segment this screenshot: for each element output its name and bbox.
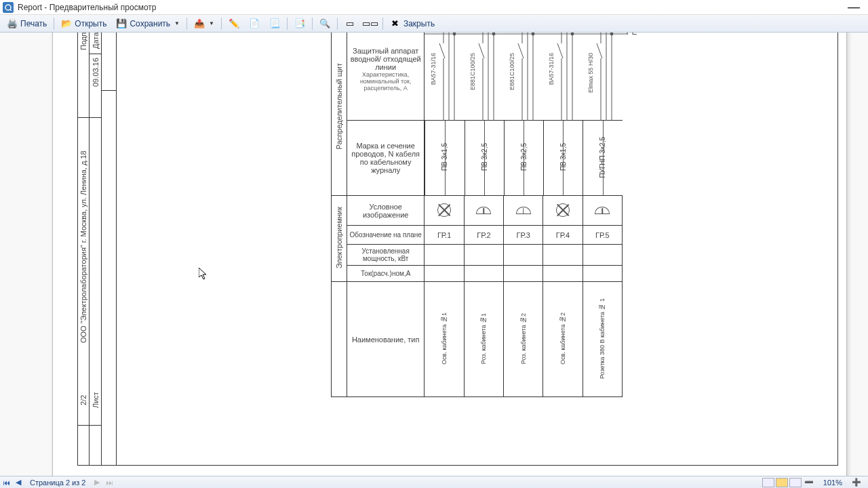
cable-label: ПУГНП 3х2,5 [599, 137, 606, 178]
separator [186, 18, 187, 30]
svg-line-32 [557, 43, 563, 58]
pencil-icon: ✏️ [229, 18, 239, 29]
stamp-date: 09.03.16 [90, 54, 101, 91]
title-block: Подп. ООО "Электролаборатория" г. Москва… [77, 33, 117, 466]
page-icon: 📃 [269, 18, 280, 29]
binoculars-icon: 🔍 [319, 18, 330, 29]
schematic-table: Распределительный щит Защитный аппарат в… [331, 33, 623, 397]
circuit-name: Роз. кабинета №1 [480, 313, 487, 364]
svg-point-36 [571, 33, 574, 35]
edit-button[interactable]: ✏️ [224, 16, 243, 31]
preview-viewport[interactable]: Подп. ООО "Электролаборатория" г. Москва… [0, 33, 868, 476]
page-button[interactable]: 📄 [245, 16, 264, 31]
breaker-label: Е881С100/25 [509, 53, 515, 90]
row-hdr-panel: Распределительный щит [335, 63, 343, 150]
stamp-date-label: Дата [90, 33, 101, 54]
lamp-symbol [556, 203, 570, 217]
chevron-down-icon: ▼ [174, 20, 180, 26]
next-page-button[interactable]: ▶ [91, 477, 103, 488]
printer-icon: 🖨️ [7, 18, 18, 29]
stamp-sheet-label: Лист [90, 375, 101, 426]
page2-button[interactable]: 📃 [265, 16, 284, 31]
titlebar: Report - Предварительный просмотр — [0, 0, 868, 15]
separator [287, 18, 288, 30]
print-button[interactable]: 🖨️ Печать [3, 16, 51, 31]
breaker-label: ВА57-31/16 [548, 53, 555, 85]
socket-symbol [595, 206, 609, 214]
print-label: Печать [20, 19, 47, 28]
circuit-name: Осв. кабинета №2 [559, 312, 566, 365]
view2-button[interactable]: ▭▭ [361, 16, 380, 31]
save-icon: 💾 [116, 18, 127, 29]
svg-line-16 [479, 43, 484, 58]
statusbar: ⏮ ◀ Страница 2 из 2 ▶ ⏭ ➖ 101% ➕ [0, 476, 868, 488]
multi-page-icon: ▭▭ [365, 18, 376, 29]
stamp-org: ООО "Электролаборатория" г. Москва, ул. … [77, 118, 89, 375]
zoom-out-button[interactable]: ➖ [803, 477, 815, 488]
export-icon: 📤 [194, 18, 205, 29]
open-button[interactable]: 📂 Открыть [57, 16, 111, 31]
window-title: Report - Предварительный просмотр [18, 3, 157, 12]
zoom-in-button[interactable]: ➕ [850, 477, 863, 488]
close-icon: ✖ [390, 18, 401, 29]
separator [382, 18, 383, 30]
folder-open-icon: 📂 [61, 18, 72, 29]
plan-header: Обозначение на плане [347, 226, 425, 245]
app-icon [3, 2, 14, 13]
open-label: Открыть [75, 19, 106, 28]
cable-label: ПВ 3х1,5 [559, 143, 567, 171]
page-icon: 📄 [249, 18, 260, 29]
prev-page-button[interactable]: ◀ [12, 477, 24, 488]
protect-header: Защитный аппарат вводной/ отходящей лини… [349, 47, 423, 71]
separator [312, 18, 313, 30]
name-header: Наименование, тип [347, 282, 425, 397]
stamp-sheet: 2/2 [77, 375, 89, 426]
single-page-icon: ▭ [344, 18, 355, 29]
close-button[interactable]: ✖ Закрыть [386, 16, 439, 31]
close-label: Закрыть [403, 19, 435, 28]
svg-line-8 [439, 43, 445, 58]
outline-button[interactable]: 📑 [290, 16, 309, 31]
symbol-header: Условное изображение [347, 196, 425, 226]
save-label: Сохранить [130, 19, 170, 28]
cable-label: ПВ 3х1,5 [441, 143, 448, 171]
protect-sub: Характеристика, номинальный ток, расцепи… [349, 71, 423, 92]
breaker-label: ВА57-31/16 [430, 53, 437, 85]
row-hdr-receiver: Электроприемник [335, 207, 343, 268]
svg-line-40 [597, 43, 602, 58]
cable-label: ПВ 3х2,5 [520, 143, 528, 171]
svg-point-28 [532, 33, 534, 35]
cable-header: Марка и сечение проводов, N кабеля по ка… [347, 121, 425, 196]
separator [221, 18, 222, 30]
svg-line-24 [518, 43, 524, 58]
view-mode-2[interactable] [776, 478, 788, 487]
find-button[interactable]: 🔍 [315, 16, 334, 31]
view-mode-1[interactable] [762, 478, 774, 487]
circuit-name: Розетка 380 В кабинета № 1 [599, 298, 606, 379]
zoom-level: 101% [816, 479, 849, 487]
stamp-podp: Подп. [77, 33, 89, 54]
power-header: Установленная мощность, кВт [347, 245, 425, 266]
export-button[interactable]: 📤 ▼ [190, 16, 218, 31]
svg-line-1 [10, 9, 12, 11]
page-indicator: Страница 2 из 2 [24, 479, 91, 487]
separator [337, 18, 338, 30]
save-button[interactable]: 💾 Сохранить ▼ [112, 16, 184, 31]
cable-label: ПВ 3х2,5 [481, 143, 488, 171]
socket-symbol [477, 206, 490, 214]
minimize-button[interactable]: — [842, 0, 865, 14]
svg-point-0 [5, 5, 11, 10]
first-page-button[interactable]: ⏮ [0, 477, 12, 488]
circuit-name: Осв. кабинета №1 [441, 312, 448, 365]
circuit-name: Роз. кабинета №2 [520, 313, 527, 364]
socket-symbol [517, 206, 530, 214]
view1-button[interactable]: ▭ [340, 16, 359, 31]
breaker-label: Elmax 55 Н/30 [587, 53, 594, 93]
last-page-button[interactable]: ⏭ [103, 477, 115, 488]
svg-point-12 [453, 33, 456, 35]
chevron-down-icon: ▼ [209, 20, 214, 26]
separator [54, 18, 54, 30]
view-mode-3[interactable] [789, 478, 802, 487]
svg-point-44 [610, 33, 613, 35]
lamp-symbol [437, 203, 451, 217]
